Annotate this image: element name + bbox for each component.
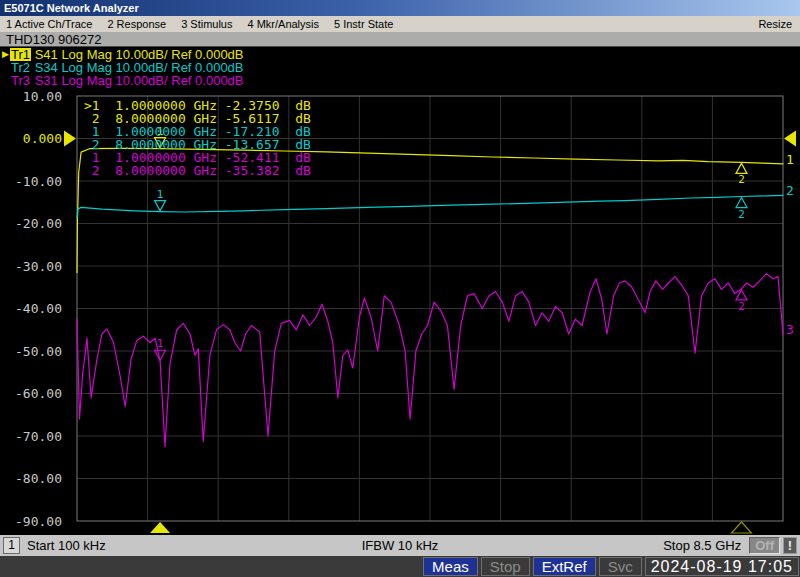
stop-frequency-label: Stop 8.5 GHz <box>663 538 741 553</box>
y-axis-label: 10.00 <box>23 89 62 104</box>
menu-instr-state[interactable]: 5 Instr State <box>334 18 393 30</box>
y-axis-label: -20.00 <box>15 216 62 231</box>
ref-level-arrow-left-icon <box>64 131 76 147</box>
trace-number-label: 1 <box>786 152 794 167</box>
trace-id-tr3: Tr3 <box>10 74 31 87</box>
y-axis-label: -10.00 <box>15 174 62 189</box>
active-trace-arrow-icon: ▶ <box>2 48 10 61</box>
menu-mkr-analysis[interactable]: 4 Mkr/Analysis <box>247 18 319 30</box>
trace-number-label: 3 <box>786 322 794 337</box>
trace-definitions: ▶ Tr1 S41 Log Mag 10.00dB/ Ref 0.000dB T… <box>2 48 244 87</box>
y-axis-label: -50.00 <box>15 344 62 359</box>
marker-number-label: 1 <box>157 188 164 201</box>
instrument-screen: ▶ Tr1 S41 Log Mag 10.00dB/ Ref 0.000dB T… <box>0 47 800 535</box>
status-datetime: 2024-08-19 17:05 <box>645 557 799 576</box>
y-axis-label: -40.00 <box>15 301 62 316</box>
y-axis-label: -60.00 <box>15 386 62 401</box>
alert-icon: ! <box>783 537 797 554</box>
measurement-title: THD130 906272 <box>6 32 101 47</box>
status-extref: ExtRef <box>533 557 596 576</box>
stimulus-marker-hollow-icon <box>731 522 751 533</box>
status-stop: Stop <box>481 557 530 576</box>
marker-row: 28.0000000GHz-35.382dB <box>84 164 311 177</box>
marker-triangle-icon <box>155 201 166 211</box>
system-status-bar: Meas Stop ExtRef Svc 2024-08-19 17:05 <box>0 556 800 577</box>
marker-triangle-icon <box>736 198 747 208</box>
title-label-bar: THD130 906272 <box>0 32 800 47</box>
y-axis-label: -80.00 <box>15 471 62 486</box>
ref-level-arrow-right-icon <box>784 131 796 147</box>
channel-indicator: 1 <box>3 537 20 554</box>
marker-number-label: 1 <box>157 337 164 350</box>
resize-button[interactable]: Resize <box>758 18 792 30</box>
off-indicator: Off <box>749 537 780 554</box>
start-frequency-label: Start 100 kHz <box>27 538 106 553</box>
arrow-placeholder <box>2 61 10 74</box>
marker-number-label: 2 <box>738 300 745 313</box>
marker-readout-table: >11.0000000GHz-2.3750dB 28.0000000GHz-5.… <box>84 99 311 177</box>
window-title: E5071C Network Analyzer <box>4 2 139 14</box>
menu-stimulus[interactable]: 3 Stimulus <box>181 18 232 30</box>
marker-number-label: 2 <box>738 208 745 221</box>
marker-triangle-icon <box>736 163 747 173</box>
y-axis-label: -70.00 <box>15 429 62 444</box>
y-axis-label: -90.00 <box>15 514 62 529</box>
arrow-placeholder <box>2 74 10 87</box>
trace-desc-tr3: S31 Log Mag 10.00dB/ Ref 0.000dB <box>31 74 244 87</box>
y-axis-label: -30.00 <box>15 259 62 274</box>
status-meas: Meas <box>423 557 478 576</box>
stimulus-marker-filled-icon <box>150 522 170 533</box>
trace-definition-tr3[interactable]: Tr3 S31 Log Mag 10.00dB/ Ref 0.000dB <box>2 74 244 87</box>
menu-active-ch-trace[interactable]: 1 Active Ch/Trace <box>6 18 92 30</box>
trace-number-label: 2 <box>786 183 794 198</box>
status-svc: Svc <box>599 557 642 576</box>
menu-bar: 1 Active Ch/Trace 2 Response 3 Stimulus … <box>0 16 800 32</box>
y-axis-label: 0.000 <box>23 131 62 146</box>
analyzer-window: E5071C Network Analyzer 1 Active Ch/Trac… <box>0 0 800 577</box>
window-titlebar: E5071C Network Analyzer <box>0 0 800 16</box>
stop-group: Stop 8.5 GHz Off ! <box>663 537 797 554</box>
marker-number-label: 2 <box>738 173 745 186</box>
sweep-status-bar: 1 Start 100 kHz IFBW 10 kHz Stop 8.5 GHz… <box>0 535 800 556</box>
menu-response[interactable]: 2 Response <box>107 18 166 30</box>
